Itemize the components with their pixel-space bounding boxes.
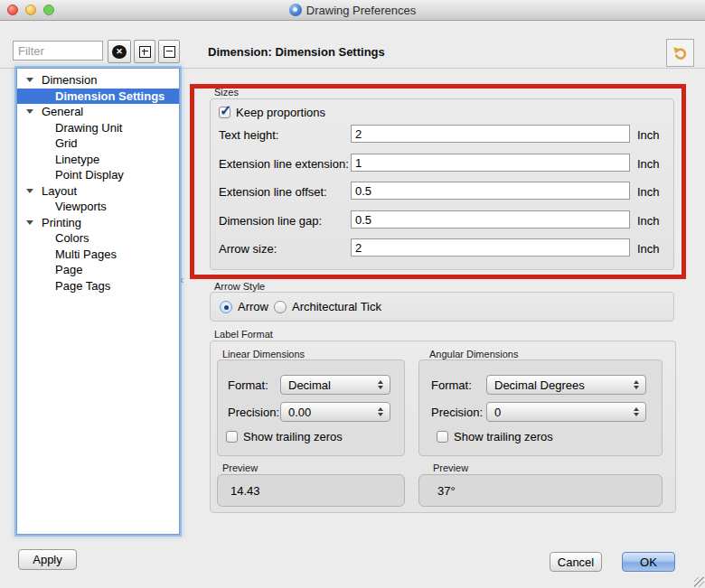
page-title: Dimension: Dimension Settings: [208, 45, 385, 59]
sidebar-item-page-tags[interactable]: Page Tags: [17, 278, 179, 294]
keep-proportions-checkbox[interactable]: [219, 107, 230, 118]
extension-line-extension-input[interactable]: [351, 154, 630, 172]
sidebar-item-printing[interactable]: Printing: [17, 215, 179, 231]
zoom-button[interactable]: [43, 5, 54, 15]
sidebar-item-dimension[interactable]: Dimension: [17, 72, 179, 89]
text-height-unit: Inch: [637, 128, 660, 142]
clear-filter-button[interactable]: ✕: [108, 40, 131, 63]
resize-grip[interactable]: [694, 577, 704, 587]
app-icon: [289, 4, 302, 16]
linear-precision-label: Precision:: [228, 406, 279, 419]
dimension-line-gap-input[interactable]: [351, 210, 630, 229]
preview-linear-value: 14.43: [230, 484, 260, 498]
close-button[interactable]: [7, 5, 18, 15]
arrow-radio[interactable]: [220, 301, 232, 313]
arrow-radio-option[interactable]: Arrow: [220, 300, 268, 313]
sidebar-item-linetype[interactable]: Linetype: [17, 152, 179, 168]
keep-proportions-row: Keep proportions: [219, 106, 325, 119]
linear-show-trailing-zeros-label: Show trailing zeros: [243, 430, 343, 443]
sidebar-item-page[interactable]: Page: [17, 262, 179, 278]
stepper-arrows-icon: [634, 380, 639, 389]
label-format-group-label: Label Format: [214, 329, 273, 340]
collapse-all-button[interactable]: [158, 40, 180, 63]
linear-show-trailing-zeros-checkbox[interactable]: [226, 431, 238, 443]
titlebar: Drawing Preferences: [0, 0, 705, 21]
extension-line-extension-label: Extension line extension:: [219, 157, 349, 171]
ok-button[interactable]: OK: [622, 552, 675, 572]
angular-show-trailing-zeros-row: Show trailing zeros: [437, 430, 553, 443]
linear-precision-select[interactable]: 0.00: [280, 402, 390, 422]
dimension-line-gap-label: Dimension line gap:: [219, 214, 322, 228]
disclosure-triangle-icon[interactable]: [26, 78, 33, 82]
apply-button[interactable]: Apply: [18, 549, 77, 570]
drawing-preferences-window: Drawing Preferences ✕ Dimension: Dimensi…: [0, 0, 705, 588]
stepper-arrows-icon: [378, 380, 383, 389]
preview-angular-box: 37°: [418, 474, 663, 507]
preview-linear-label: Preview: [222, 462, 258, 473]
disclosure-triangle-icon[interactable]: [26, 189, 33, 193]
sidebar-item-layout[interactable]: Layout: [17, 183, 179, 200]
extension-line-offset-label: Extension line offset:: [219, 185, 327, 199]
clear-icon: ✕: [112, 45, 127, 59]
linear-format-select[interactable]: Decimal: [280, 375, 390, 395]
angular-precision-select[interactable]: 0: [486, 402, 646, 422]
extension-line-extension-unit: Inch: [637, 157, 660, 171]
angular-format-label: Format:: [431, 378, 472, 392]
linear-show-trailing-zeros-row: Show trailing zeros: [226, 430, 343, 443]
disclosure-triangle-icon[interactable]: [26, 109, 33, 114]
arrow-radio-label: Arrow: [238, 300, 268, 313]
collapse-all-icon: [164, 46, 175, 58]
preview-angular-value: 37°: [437, 484, 456, 498]
window-title: Drawing Preferences: [306, 4, 416, 17]
sidebar-item-grid[interactable]: Grid: [17, 135, 179, 152]
cancel-button[interactable]: Cancel: [550, 552, 602, 572]
revert-button[interactable]: [666, 39, 694, 67]
sizes-group-label: Sizes: [214, 87, 239, 98]
arrow-size-unit: Inch: [637, 242, 660, 256]
text-height-label: Text height:: [219, 128, 279, 142]
stepper-arrows-icon: [378, 407, 383, 416]
architectural-tick-radio[interactable]: [274, 301, 287, 313]
extension-line-offset-input[interactable]: [351, 182, 630, 200]
sidebar-item-dimension-settings[interactable]: Dimension Settings: [17, 89, 179, 105]
sidebar-item-colors[interactable]: Colors: [17, 230, 179, 247]
angular-show-trailing-zeros-label: Show trailing zeros: [454, 430, 553, 443]
sidebar-item-viewports[interactable]: Viewports: [17, 199, 179, 215]
extension-line-offset-unit: Inch: [637, 185, 660, 199]
angular-show-trailing-zeros-checkbox[interactable]: [437, 431, 448, 443]
angular-precision-label: Precision:: [431, 406, 483, 419]
splitter-collapse-arrow[interactable]: ‹: [180, 273, 183, 286]
sidebar-item-general[interactable]: General: [17, 104, 179, 120]
angular-format-select[interactable]: Decimal Degrees: [486, 375, 646, 395]
minimize-button[interactable]: [25, 5, 36, 15]
sidebar-item-point-display[interactable]: Point Display: [17, 167, 179, 183]
preview-angular-label: Preview: [433, 462, 468, 473]
architectural-tick-radio-label: Architectural Tick: [292, 300, 381, 313]
architectural-tick-radio-option[interactable]: Architectural Tick: [274, 300, 381, 313]
text-height-input[interactable]: [351, 125, 630, 143]
expand-all-button[interactable]: [134, 40, 155, 63]
preview-linear-box: 14.43: [217, 474, 405, 507]
dimension-line-gap-unit: Inch: [637, 214, 660, 228]
filter-input[interactable]: [13, 41, 103, 61]
arrow-style-group-label: Arrow Style: [214, 281, 265, 292]
disclosure-triangle-icon[interactable]: [26, 220, 33, 225]
linear-dimensions-label: Linear Dimensions: [222, 349, 305, 359]
keep-proportions-label: Keep proportions: [236, 106, 325, 119]
linear-format-label: Format:: [228, 378, 268, 392]
arrow-size-label: Arrow size:: [219, 242, 277, 256]
undo-icon: [672, 44, 689, 61]
stepper-arrows-icon: [634, 407, 639, 416]
arrow-size-input[interactable]: [351, 238, 630, 257]
sidebar-item-multi-pages[interactable]: Multi Pages: [17, 247, 179, 263]
expand-all-icon: [139, 46, 151, 58]
sidebar-item-drawing-unit[interactable]: Drawing Unit: [17, 120, 179, 136]
angular-dimensions-label: Angular Dimensions: [429, 349, 518, 359]
sidebar-tree: Dimension Dimension Settings General Dra…: [16, 68, 180, 535]
